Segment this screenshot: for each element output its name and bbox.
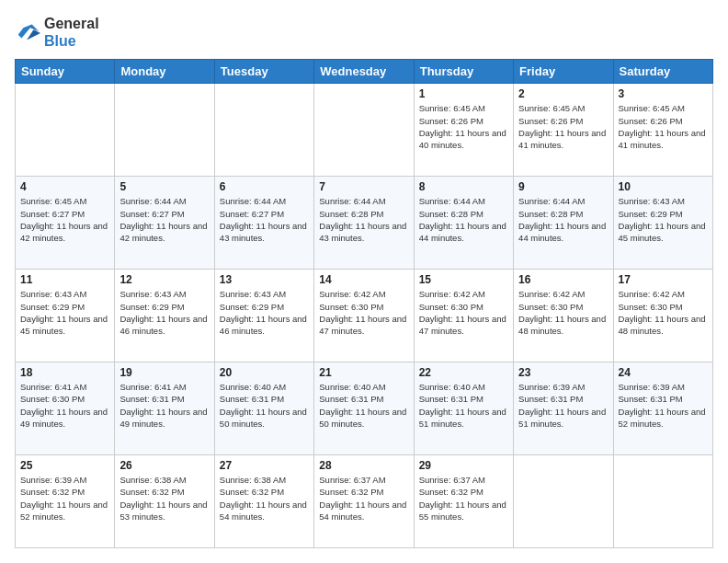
day-number: 5	[119, 180, 209, 193]
day-info: Sunrise: 6:45 AM Sunset: 6:27 PM Dayligh…	[20, 195, 109, 244]
day-cell: 26Sunrise: 6:38 AM Sunset: 6:32 PM Dayli…	[115, 455, 214, 548]
day-cell: 8Sunrise: 6:44 AM Sunset: 6:28 PM Daylig…	[414, 177, 513, 270]
day-info: Sunrise: 6:39 AM Sunset: 6:32 PM Dayligh…	[20, 474, 109, 523]
day-cell: 10Sunrise: 6:43 AM Sunset: 6:29 PM Dayli…	[613, 177, 712, 270]
week-row-0: 1Sunrise: 6:45 AM Sunset: 6:26 PM Daylig…	[16, 84, 713, 177]
day-number: 20	[220, 366, 309, 379]
day-cell: 14Sunrise: 6:42 AM Sunset: 6:30 PM Dayli…	[314, 270, 414, 362]
day-cell: 3Sunrise: 6:45 AM Sunset: 6:26 PM Daylig…	[613, 84, 712, 177]
day-cell: 22Sunrise: 6:40 AM Sunset: 6:31 PM Dayli…	[414, 362, 513, 455]
day-info: Sunrise: 6:40 AM Sunset: 6:31 PM Dayligh…	[220, 381, 309, 430]
day-cell: 1Sunrise: 6:45 AM Sunset: 6:26 PM Daylig…	[414, 84, 513, 177]
day-cell	[16, 84, 115, 177]
day-cell: 4Sunrise: 6:45 AM Sunset: 6:27 PM Daylig…	[16, 177, 115, 270]
day-cell: 13Sunrise: 6:43 AM Sunset: 6:29 PM Dayli…	[214, 270, 313, 362]
day-cell: 29Sunrise: 6:37 AM Sunset: 6:32 PM Dayli…	[414, 455, 513, 548]
day-number: 4	[20, 180, 109, 193]
logo: General Blue	[15, 15, 99, 50]
week-row-3: 18Sunrise: 6:41 AM Sunset: 6:30 PM Dayli…	[16, 362, 713, 455]
day-number: 6	[220, 180, 309, 193]
col-header-saturday: Saturday	[613, 60, 712, 84]
day-number: 16	[518, 273, 608, 286]
day-number: 28	[319, 459, 408, 472]
day-info: Sunrise: 6:39 AM Sunset: 6:31 PM Dayligh…	[619, 381, 708, 430]
day-number: 24	[619, 366, 708, 379]
day-cell	[115, 84, 214, 177]
col-header-tuesday: Tuesday	[214, 60, 313, 84]
col-header-sunday: Sunday	[16, 60, 115, 84]
day-info: Sunrise: 6:43 AM Sunset: 6:29 PM Dayligh…	[619, 195, 708, 244]
day-cell: 19Sunrise: 6:41 AM Sunset: 6:31 PM Dayli…	[115, 362, 214, 455]
calendar-table: SundayMondayTuesdayWednesdayThursdayFrid…	[15, 59, 713, 548]
day-cell: 20Sunrise: 6:40 AM Sunset: 6:31 PM Dayli…	[214, 362, 313, 455]
day-cell	[613, 455, 712, 548]
day-info: Sunrise: 6:40 AM Sunset: 6:31 PM Dayligh…	[319, 381, 408, 430]
day-info: Sunrise: 6:37 AM Sunset: 6:32 PM Dayligh…	[419, 474, 508, 523]
day-info: Sunrise: 6:37 AM Sunset: 6:32 PM Dayligh…	[319, 474, 408, 523]
day-cell: 9Sunrise: 6:44 AM Sunset: 6:28 PM Daylig…	[514, 177, 613, 270]
day-number: 10	[619, 180, 708, 193]
day-cell: 23Sunrise: 6:39 AM Sunset: 6:31 PM Dayli…	[514, 362, 613, 455]
day-cell: 24Sunrise: 6:39 AM Sunset: 6:31 PM Dayli…	[613, 362, 712, 455]
day-cell: 18Sunrise: 6:41 AM Sunset: 6:30 PM Dayli…	[16, 362, 115, 455]
day-number: 15	[419, 273, 508, 286]
day-number: 12	[119, 273, 209, 286]
day-cell: 12Sunrise: 6:43 AM Sunset: 6:29 PM Dayli…	[115, 270, 214, 362]
day-cell: 15Sunrise: 6:42 AM Sunset: 6:30 PM Dayli…	[414, 270, 513, 362]
day-info: Sunrise: 6:41 AM Sunset: 6:31 PM Dayligh…	[119, 381, 209, 430]
day-number: 27	[220, 459, 309, 472]
day-cell	[314, 84, 414, 177]
day-number: 29	[419, 459, 508, 472]
day-number: 25	[20, 459, 109, 472]
day-number: 7	[319, 180, 408, 193]
week-row-2: 11Sunrise: 6:43 AM Sunset: 6:29 PM Dayli…	[16, 270, 713, 362]
day-number: 23	[518, 366, 608, 379]
day-info: Sunrise: 6:40 AM Sunset: 6:31 PM Dayligh…	[419, 381, 508, 430]
day-number: 26	[119, 459, 209, 472]
day-number: 19	[119, 366, 209, 379]
week-row-4: 25Sunrise: 6:39 AM Sunset: 6:32 PM Dayli…	[16, 455, 713, 548]
day-info: Sunrise: 6:44 AM Sunset: 6:28 PM Dayligh…	[419, 195, 508, 244]
day-info: Sunrise: 6:44 AM Sunset: 6:27 PM Dayligh…	[220, 195, 309, 244]
day-info: Sunrise: 6:42 AM Sunset: 6:30 PM Dayligh…	[419, 288, 508, 337]
day-info: Sunrise: 6:42 AM Sunset: 6:30 PM Dayligh…	[319, 288, 408, 337]
day-number: 3	[619, 87, 708, 100]
day-cell	[214, 84, 313, 177]
day-cell: 11Sunrise: 6:43 AM Sunset: 6:29 PM Dayli…	[16, 270, 115, 362]
day-info: Sunrise: 6:45 AM Sunset: 6:26 PM Dayligh…	[419, 102, 508, 151]
day-number: 8	[419, 180, 508, 193]
logo-icon	[15, 19, 40, 45]
day-info: Sunrise: 6:44 AM Sunset: 6:28 PM Dayligh…	[518, 195, 608, 244]
col-header-monday: Monday	[115, 60, 214, 84]
day-info: Sunrise: 6:38 AM Sunset: 6:32 PM Dayligh…	[220, 474, 309, 523]
day-number: 2	[518, 87, 608, 100]
day-cell: 28Sunrise: 6:37 AM Sunset: 6:32 PM Dayli…	[314, 455, 414, 548]
col-header-thursday: Thursday	[414, 60, 513, 84]
logo-text: General Blue	[44, 15, 99, 50]
day-cell: 7Sunrise: 6:44 AM Sunset: 6:28 PM Daylig…	[314, 177, 414, 270]
day-info: Sunrise: 6:38 AM Sunset: 6:32 PM Dayligh…	[119, 474, 209, 523]
header: General Blue	[15, 15, 713, 50]
day-info: Sunrise: 6:44 AM Sunset: 6:28 PM Dayligh…	[319, 195, 408, 244]
day-cell: 21Sunrise: 6:40 AM Sunset: 6:31 PM Dayli…	[314, 362, 414, 455]
day-info: Sunrise: 6:42 AM Sunset: 6:30 PM Dayligh…	[619, 288, 708, 337]
day-info: Sunrise: 6:43 AM Sunset: 6:29 PM Dayligh…	[20, 288, 109, 337]
day-info: Sunrise: 6:43 AM Sunset: 6:29 PM Dayligh…	[220, 288, 309, 337]
day-number: 21	[319, 366, 408, 379]
day-number: 18	[20, 366, 109, 379]
day-info: Sunrise: 6:41 AM Sunset: 6:30 PM Dayligh…	[20, 381, 109, 430]
day-cell: 17Sunrise: 6:42 AM Sunset: 6:30 PM Dayli…	[613, 270, 712, 362]
day-info: Sunrise: 6:44 AM Sunset: 6:27 PM Dayligh…	[119, 195, 209, 244]
day-info: Sunrise: 6:39 AM Sunset: 6:31 PM Dayligh…	[518, 381, 608, 430]
day-cell: 27Sunrise: 6:38 AM Sunset: 6:32 PM Dayli…	[214, 455, 313, 548]
day-info: Sunrise: 6:43 AM Sunset: 6:29 PM Dayligh…	[119, 288, 209, 337]
day-cell: 2Sunrise: 6:45 AM Sunset: 6:26 PM Daylig…	[514, 84, 613, 177]
day-number: 22	[419, 366, 508, 379]
day-cell: 6Sunrise: 6:44 AM Sunset: 6:27 PM Daylig…	[214, 177, 313, 270]
day-number: 11	[20, 273, 109, 286]
day-number: 1	[419, 87, 508, 100]
day-number: 17	[619, 273, 708, 286]
week-row-1: 4Sunrise: 6:45 AM Sunset: 6:27 PM Daylig…	[16, 177, 713, 270]
day-number: 14	[319, 273, 408, 286]
day-info: Sunrise: 6:42 AM Sunset: 6:30 PM Dayligh…	[518, 288, 608, 337]
